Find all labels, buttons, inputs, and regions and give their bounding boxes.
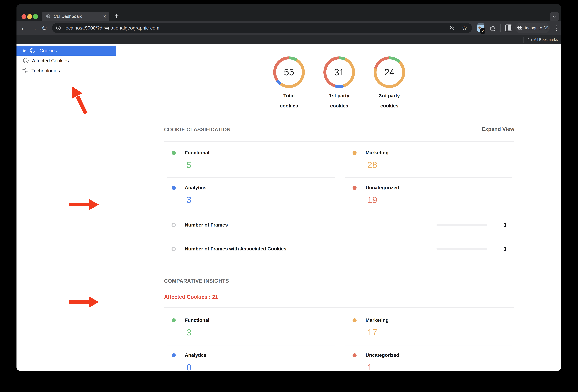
category-value: 28 xyxy=(367,160,377,169)
incognito-label: Incognito (2) xyxy=(525,26,549,30)
back-button[interactable]: ← xyxy=(19,21,28,35)
page-content: ▶ Cookies xyxy=(16,44,561,371)
cookie-jar-extension-icon[interactable]: 2 xyxy=(477,23,484,33)
metric-label: Number of Frames xyxy=(185,222,228,228)
category-dot-icon xyxy=(352,318,357,322)
cookie-icon xyxy=(29,47,36,54)
metric-ring-icon xyxy=(172,223,176,227)
category-value: 17 xyxy=(367,328,377,337)
donut-center-value: 55 xyxy=(273,56,305,88)
cookie-icon xyxy=(23,57,29,64)
folder-icon xyxy=(527,38,532,42)
category-label: Marketing xyxy=(366,317,389,323)
expand-triangle-icon[interactable]: ▶ xyxy=(23,49,26,52)
zoom-icon[interactable] xyxy=(449,25,455,31)
browser-window: CLI Dashboard × + ← → ↻ localhost:90 xyxy=(16,4,561,371)
classification-cell-marketing: Marketing28 xyxy=(345,147,517,180)
incognito-icon xyxy=(517,25,523,31)
tab-cli-dashboard[interactable]: CLI Dashboard × xyxy=(42,12,109,21)
sidebar-item-label: Technologies xyxy=(31,68,60,74)
sidebar-item-cookies[interactable]: ▶ Cookies xyxy=(16,45,116,56)
technologies-icon xyxy=(22,67,29,74)
browser-menu-button[interactable]: ⋮ xyxy=(553,21,561,35)
donut-label: cookies xyxy=(266,103,312,109)
donut-center-value: 31 xyxy=(323,56,355,88)
category-value: 0 xyxy=(187,363,191,371)
classification-cell-uncategorized: Uncategorized19 xyxy=(345,182,517,215)
cell-divider xyxy=(345,345,512,346)
category-dot-icon xyxy=(352,353,357,357)
section-divider xyxy=(164,141,514,142)
dashboard-main: 55Totalcookies 311st partycookies 243rd … xyxy=(116,44,561,371)
category-label: Marketing xyxy=(366,150,389,156)
screen-background: CLI Dashboard × + ← → ↻ localhost:90 xyxy=(0,0,578,392)
incognito-badge[interactable]: Incognito (2) xyxy=(515,23,550,33)
category-label: Analytics xyxy=(185,185,206,191)
donut-first-party-cookies: 311st partycookies xyxy=(316,56,362,109)
donut-label: cookies xyxy=(366,103,412,109)
cell-divider xyxy=(345,177,512,178)
donut-label: cookies xyxy=(316,103,362,109)
cell-divider xyxy=(167,345,335,346)
category-dot-icon xyxy=(172,151,176,155)
sidebar-item-affected-cookies[interactable]: Affected Cookies xyxy=(16,56,116,66)
donut-ring: 24 xyxy=(374,56,405,88)
toolbar-divider xyxy=(500,24,501,32)
globe-favicon-icon xyxy=(46,14,50,19)
category-label: Uncategorized xyxy=(366,352,399,358)
extensions-puzzle-icon[interactable] xyxy=(489,25,496,32)
metric-progress-bar xyxy=(436,224,487,226)
donut-third-party-cookies: 243rd partycookies xyxy=(366,56,412,109)
category-dot-icon xyxy=(172,353,176,357)
chevron-down-icon xyxy=(552,14,557,19)
sidebar-item-label: Affected Cookies xyxy=(32,58,69,64)
jar-lid xyxy=(478,23,484,25)
cell-divider xyxy=(167,177,335,178)
comparative-cell-marketing: Marketing17 xyxy=(345,315,517,348)
tab-strip: CLI Dashboard × + xyxy=(16,4,561,21)
category-label: Analytics xyxy=(185,352,206,358)
sidebar-item-technologies[interactable]: Technologies xyxy=(16,66,116,76)
category-label: Functional xyxy=(185,150,209,156)
donut-ring: 31 xyxy=(323,56,355,88)
bookmark-star-icon[interactable]: ☆ xyxy=(462,25,467,31)
classification-cell-functional: Functional5 xyxy=(164,147,336,180)
close-window-button[interactable] xyxy=(22,14,26,19)
section-title-cookie-classification: COOKIE CLASSIFICATION xyxy=(164,127,231,133)
url-text[interactable]: localhost:9000/?dir=nationalgeographic-c… xyxy=(65,25,449,31)
donut-center-value: 24 xyxy=(374,56,405,88)
donut-ring: 55 xyxy=(273,56,305,88)
section-divider xyxy=(164,307,514,308)
extension-badge: 2 xyxy=(480,28,485,34)
zoom-window-button[interactable] xyxy=(33,14,38,19)
category-dot-icon xyxy=(172,318,176,322)
metric-label: Number of Frames with Associated Cookies xyxy=(185,246,287,252)
donut-label: 3rd party xyxy=(366,93,412,98)
donut-label: 1st party xyxy=(316,93,362,98)
all-bookmarks-button[interactable]: All Bookmarks xyxy=(527,35,558,44)
browser-toolbar: ← → ↻ localhost:9000/?dir=nationalgeogra… xyxy=(16,21,561,35)
expand-view-button[interactable]: Expand View xyxy=(457,126,514,132)
tab-search-button[interactable] xyxy=(550,12,559,21)
all-bookmarks-label: All Bookmarks xyxy=(534,38,558,42)
metric-progress-bar xyxy=(436,248,487,250)
affected-cookies-count: Affected Cookies : 21 xyxy=(164,294,218,300)
category-value: 1 xyxy=(367,363,372,371)
reload-button[interactable]: ↻ xyxy=(40,21,49,35)
bookmarks-divider xyxy=(523,37,524,42)
new-tab-button[interactable]: + xyxy=(112,11,121,20)
side-panel-icon[interactable] xyxy=(505,25,512,31)
minimize-window-button[interactable] xyxy=(27,14,32,19)
metric-value: 3 xyxy=(501,222,509,228)
category-dot-icon xyxy=(352,151,357,155)
sidebar-item-label: Cookies xyxy=(40,48,57,53)
metric-value: 3 xyxy=(501,246,509,252)
address-bar[interactable]: localhost:9000/?dir=nationalgeographic-c… xyxy=(52,23,472,33)
sidebar: ▶ Cookies xyxy=(16,44,116,371)
tab-title: CLI Dashboard xyxy=(54,14,103,19)
close-tab-icon[interactable]: × xyxy=(103,14,106,19)
comparative-cell-functional: Functional3 xyxy=(164,315,336,348)
category-dot-icon xyxy=(172,186,176,190)
forward-button[interactable]: → xyxy=(29,21,39,35)
site-info-icon[interactable] xyxy=(56,25,61,31)
